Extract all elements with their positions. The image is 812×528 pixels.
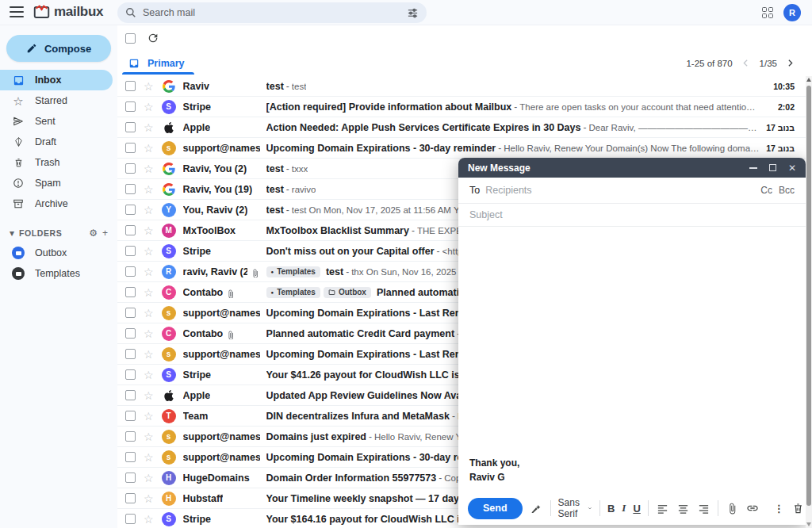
list-scrollbar[interactable] bbox=[806, 76, 812, 528]
sidebar-item-archive[interactable]: Archive bbox=[0, 193, 113, 214]
row-checkbox[interactable] bbox=[125, 473, 136, 483]
search-filter-icon[interactable] bbox=[407, 7, 419, 19]
apps-grid-icon[interactable] bbox=[762, 7, 774, 19]
row-checkbox[interactable] bbox=[125, 184, 136, 194]
email-row[interactable]: ☆ s support@namesilo.co... Upcoming Doma… bbox=[117, 138, 806, 159]
compose-body[interactable]: Thank you, Raviv G bbox=[458, 227, 806, 492]
star-icon[interactable]: ☆ bbox=[144, 246, 154, 257]
folder-settings-gear-icon[interactable]: ⚙ bbox=[89, 228, 98, 239]
star-icon[interactable]: ☆ bbox=[144, 390, 154, 401]
star-icon[interactable]: ☆ bbox=[144, 473, 154, 484]
previous-page-icon[interactable] bbox=[741, 58, 752, 69]
star-icon[interactable]: ☆ bbox=[144, 205, 154, 216]
chevron-down-icon[interactable]: ▾ bbox=[10, 228, 14, 239]
star-icon[interactable]: ☆ bbox=[144, 452, 154, 463]
align-center-icon[interactable] bbox=[676, 502, 690, 515]
more-options-icon[interactable]: ⋮ bbox=[774, 503, 784, 515]
signature-pen-icon[interactable] bbox=[530, 502, 543, 515]
row-checkbox[interactable] bbox=[125, 369, 136, 380]
bcc-button[interactable]: Bcc bbox=[779, 185, 795, 196]
scrollbar-down-arrow-icon[interactable] bbox=[806, 522, 811, 526]
compose-header[interactable]: New Message ✕ bbox=[458, 158, 806, 178]
insert-link-icon[interactable] bbox=[746, 502, 760, 515]
row-checkbox[interactable] bbox=[125, 287, 136, 297]
send-button[interactable]: Send bbox=[468, 498, 523, 519]
search-input[interactable] bbox=[143, 7, 407, 18]
star-icon[interactable]: ☆ bbox=[144, 184, 154, 195]
account-avatar[interactable]: R bbox=[783, 4, 801, 21]
scrollbar-up-arrow-icon[interactable] bbox=[806, 78, 811, 82]
star-icon[interactable]: ☆ bbox=[144, 411, 154, 422]
star-icon[interactable]: ☆ bbox=[144, 369, 154, 381]
sidebar-item-inbox[interactable]: Inbox bbox=[0, 70, 113, 90]
minimize-icon[interactable] bbox=[749, 167, 757, 169]
star-icon[interactable]: ☆ bbox=[144, 143, 154, 154]
row-checkbox[interactable] bbox=[125, 308, 136, 318]
row-checkbox[interactable] bbox=[125, 431, 136, 442]
row-checkbox[interactable] bbox=[125, 452, 136, 462]
row-checkbox[interactable] bbox=[125, 328, 136, 339]
maximize-icon[interactable] bbox=[769, 164, 776, 171]
row-checkbox[interactable] bbox=[125, 411, 136, 421]
subject-input[interactable] bbox=[469, 209, 795, 220]
star-icon[interactable]: ☆ bbox=[144, 81, 154, 92]
align-right-icon[interactable] bbox=[697, 502, 710, 515]
attach-file-icon[interactable] bbox=[726, 502, 739, 515]
scrollbar-thumb[interactable] bbox=[806, 86, 811, 506]
row-checkbox[interactable] bbox=[125, 266, 136, 277]
sidebar-item-starred[interactable]: ☆ Starred bbox=[0, 90, 113, 111]
sidebar-item-spam[interactable]: Spam bbox=[0, 173, 113, 193]
row-checkbox[interactable] bbox=[125, 390, 136, 400]
recipients-input[interactable] bbox=[485, 185, 760, 196]
sidebar-item-trash[interactable]: Trash bbox=[0, 152, 113, 173]
sidebar-folder-outbox[interactable]: Outbox bbox=[0, 243, 113, 263]
star-icon[interactable]: ☆ bbox=[144, 101, 154, 113]
star-icon[interactable]: ☆ bbox=[144, 514, 154, 525]
hamburger-menu-icon[interactable] bbox=[10, 6, 24, 17]
star-icon[interactable]: ☆ bbox=[144, 122, 154, 133]
star-icon[interactable]: ☆ bbox=[144, 328, 154, 339]
underline-button[interactable]: U bbox=[633, 503, 640, 515]
discard-draft-trash-icon[interactable] bbox=[791, 502, 805, 515]
row-checkbox[interactable] bbox=[125, 101, 136, 112]
italic-button[interactable]: I bbox=[622, 502, 626, 515]
star-icon[interactable]: ☆ bbox=[144, 266, 154, 277]
star-icon[interactable]: ☆ bbox=[144, 225, 154, 236]
email-row[interactable]: ☆ S Stripe [Action required] Provide inf… bbox=[117, 97, 806, 117]
row-checkbox[interactable] bbox=[125, 493, 136, 503]
subject-snippet-separator: - bbox=[286, 81, 289, 92]
star-icon[interactable]: ☆ bbox=[144, 163, 154, 174]
bold-button[interactable]: B bbox=[607, 503, 615, 515]
star-icon[interactable]: ☆ bbox=[144, 349, 154, 360]
row-checkbox[interactable] bbox=[125, 225, 136, 235]
row-checkbox[interactable] bbox=[125, 205, 136, 215]
row-checkbox[interactable] bbox=[125, 163, 136, 174]
search-bar[interactable] bbox=[117, 2, 427, 23]
row-checkbox[interactable] bbox=[125, 143, 136, 153]
star-icon[interactable]: ☆ bbox=[144, 308, 154, 319]
font-selector[interactable]: Sans Serif bbox=[558, 497, 592, 519]
add-folder-icon[interactable]: + bbox=[102, 228, 108, 239]
star-icon[interactable]: ☆ bbox=[144, 493, 154, 504]
close-icon[interactable]: ✕ bbox=[788, 163, 796, 173]
star-icon[interactable]: ☆ bbox=[144, 431, 154, 442]
row-checkbox[interactable] bbox=[125, 81, 136, 91]
refresh-icon[interactable] bbox=[147, 32, 159, 44]
row-checkbox[interactable] bbox=[125, 122, 136, 132]
cc-button[interactable]: Cc bbox=[760, 185, 772, 196]
row-checkbox[interactable] bbox=[125, 349, 136, 359]
star-icon[interactable]: ☆ bbox=[144, 287, 154, 298]
sidebar-folder-templates[interactable]: Templates bbox=[0, 263, 113, 284]
select-all-checkbox[interactable] bbox=[125, 33, 136, 44]
email-subject: test bbox=[266, 205, 284, 216]
compose-button[interactable]: Compose bbox=[6, 35, 111, 62]
row-checkbox[interactable] bbox=[125, 514, 136, 524]
align-left-icon[interactable] bbox=[656, 502, 669, 515]
row-checkbox[interactable] bbox=[125, 246, 136, 256]
sidebar-item-sent[interactable]: Sent bbox=[0, 111, 113, 132]
email-row[interactable]: ☆ Raviv test - test 10:35 bbox=[117, 76, 806, 97]
next-page-icon[interactable] bbox=[785, 58, 796, 69]
tab-primary[interactable]: Primary bbox=[117, 58, 199, 75]
email-row[interactable]: ☆ Apple Action Needed: Apple Push Servic… bbox=[117, 117, 806, 138]
sidebar-item-draft[interactable]: Draft bbox=[0, 132, 113, 152]
